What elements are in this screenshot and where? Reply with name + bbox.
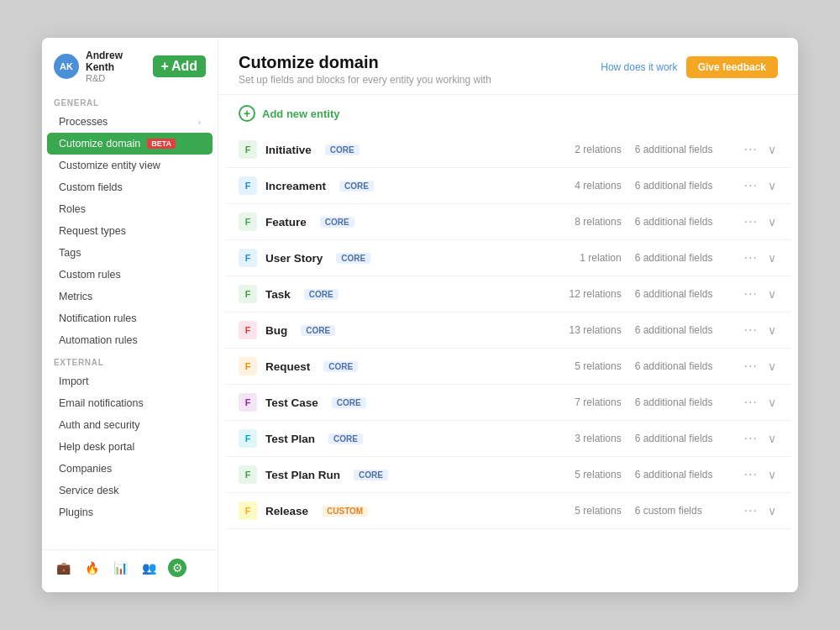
entity-fields: 6 additional fields [635, 469, 727, 480]
more-options-button[interactable]: ··· [741, 250, 761, 265]
sidebar-item-import[interactable]: Import [47, 370, 213, 392]
entity-actions: ··· ∨ [741, 467, 778, 482]
expand-button[interactable]: ∨ [766, 179, 778, 192]
sidebar-item-email-notifications[interactable]: Email notifications [47, 392, 213, 414]
add-button[interactable]: + Add [153, 55, 206, 77]
sidebar-item-auth-security[interactable]: Auth and security [47, 414, 213, 436]
expand-button[interactable]: ∨ [766, 360, 778, 373]
sidebar: AK Andrew Kenth R&D + Add GENERAL Proces… [42, 38, 218, 592]
add-entity-label: Add new entity [262, 108, 339, 120]
sidebar-item-custom-rules[interactable]: Custom rules [47, 264, 213, 286]
table-row: F Test Case CORE 7 relations 6 additiona… [225, 385, 791, 421]
entity-relations: 5 relations [554, 505, 622, 517]
sidebar-item-customize-entity-view[interactable]: Customize entity view [47, 155, 213, 176]
sidebar-item-metrics[interactable]: Metrics [47, 286, 213, 307]
more-options-button[interactable]: ··· [741, 359, 761, 374]
more-options-button[interactable]: ··· [741, 431, 761, 446]
entity-meta: 5 relations 6 custom fields ··· ∨ [554, 503, 778, 518]
sidebar-item-label: Email notifications [59, 397, 144, 409]
entity-meta: 3 relations 6 additional fields ··· ∨ [554, 431, 778, 446]
page-title: Cutomize domain [239, 53, 491, 72]
sidebar-item-plugins[interactable]: Plugins [47, 501, 213, 523]
header-actions: How does it work Give feedback [601, 56, 778, 78]
page-subtitle: Set up fields and blocks for every entit… [239, 74, 491, 86]
entity-relations: 5 relations [554, 360, 622, 372]
more-options-button[interactable]: ··· [741, 178, 761, 193]
entity-relations: 4 relations [554, 180, 622, 192]
flame-icon[interactable]: 🔥 [82, 559, 101, 577]
entity-icon: F [239, 140, 257, 159]
sidebar-item-customize-domain[interactable]: Cutomize domain BETA [47, 133, 213, 155]
external-section-label: EXTERNAL [42, 351, 218, 370]
sidebar-item-request-types[interactable]: Request types [47, 220, 213, 242]
main-content: Cutomize domain Set up fields and blocks… [218, 38, 798, 592]
sidebar-item-custom-fields[interactable]: Custom fields [47, 176, 213, 198]
expand-button[interactable]: ∨ [766, 396, 778, 409]
more-options-button[interactable]: ··· [741, 214, 761, 229]
entity-name: Test Plan [265, 433, 315, 445]
expand-button[interactable]: ∨ [766, 468, 778, 481]
entity-icon: F [239, 285, 257, 303]
expand-button[interactable]: ∨ [766, 323, 778, 337]
entity-actions: ··· ∨ [741, 395, 778, 410]
sidebar-item-customize-domain-label: Cutomize domain [59, 138, 140, 150]
entity-actions: ··· ∨ [741, 286, 778, 302]
add-entity-row[interactable]: + Add new entity [225, 95, 791, 132]
core-badge: CORE [325, 144, 360, 155]
header-left: Cutomize domain Set up fields and blocks… [239, 53, 491, 86]
how-it-works-link[interactable]: How does it work [601, 61, 677, 73]
more-options-button[interactable]: ··· [741, 503, 761, 518]
expand-button[interactable]: ∨ [766, 143, 778, 156]
more-options-button[interactable]: ··· [741, 395, 761, 410]
general-section-label: GENERAL [42, 92, 218, 111]
expand-button[interactable]: ∨ [766, 504, 778, 517]
sidebar-item-roles[interactable]: Roles [47, 198, 213, 220]
entity-relations: 1 relation [554, 252, 622, 264]
more-options-button[interactable]: ··· [741, 467, 761, 482]
sidebar-item-processes[interactable]: Processes › [47, 111, 213, 133]
core-badge: CORE [339, 181, 374, 192]
entity-fields: 6 additional fields [635, 216, 727, 228]
expand-button[interactable]: ∨ [766, 251, 778, 265]
expand-button[interactable]: ∨ [766, 287, 778, 301]
more-options-button[interactable]: ··· [741, 286, 761, 302]
more-options-button[interactable]: ··· [741, 142, 761, 157]
entity-relations: 2 relations [554, 144, 622, 155]
more-options-button[interactable]: ··· [741, 323, 761, 338]
entity-actions: ··· ∨ [741, 178, 778, 193]
entity-meta: 1 relation 6 additional fields ··· ∨ [554, 250, 778, 265]
chart-bar-icon[interactable]: 📊 [111, 559, 129, 577]
sidebar-item-notification-rules[interactable]: Notification rules [47, 307, 213, 329]
gear-icon[interactable]: ⚙ [168, 559, 186, 577]
expand-button[interactable]: ∨ [766, 432, 778, 445]
entity-icon: F [239, 176, 257, 195]
entity-icon: F [239, 357, 257, 375]
entity-name: Feature [265, 216, 307, 228]
briefcase-icon[interactable]: 💼 [54, 559, 72, 577]
user-name: Andrew Kenth [86, 50, 146, 73]
table-row: F Task CORE 12 relations 6 additional fi… [225, 276, 791, 312]
users-icon[interactable]: 👥 [139, 559, 158, 577]
entity-meta: 5 relations 6 additional fields ··· ∨ [554, 467, 778, 482]
sidebar-item-tags[interactable]: Tags [47, 242, 213, 264]
sidebar-item-companies[interactable]: Companies [47, 458, 213, 480]
entity-icon: F [239, 429, 257, 448]
entity-name: Increament [265, 180, 326, 192]
entity-icon: F [239, 393, 257, 412]
core-badge: CORE [354, 470, 388, 480]
app-window: AK Andrew Kenth R&D + Add GENERAL Proces… [42, 38, 798, 592]
sidebar-item-help-desk-portal[interactable]: Help desk portal [47, 436, 213, 458]
entity-name: Test Case [265, 396, 318, 409]
entity-fields: 6 additional fields [635, 144, 727, 155]
sidebar-item-automation-rules[interactable]: Automation rules [47, 329, 213, 351]
expand-button[interactable]: ∨ [766, 215, 778, 228]
core-badge: CORE [332, 397, 366, 408]
give-feedback-button[interactable]: Give feedback [686, 56, 778, 78]
entity-name: Request [265, 360, 310, 373]
table-row: F Test Plan CORE 3 relations 6 additiona… [225, 421, 791, 457]
custom-badge: CUSTOM [322, 506, 368, 517]
user-info: Andrew Kenth R&D [86, 50, 146, 83]
sidebar-item-service-desk[interactable]: Service desk [47, 480, 213, 501]
entity-fields: 6 additional fields [635, 252, 727, 264]
sidebar-item-label: Help desk portal [59, 441, 134, 453]
